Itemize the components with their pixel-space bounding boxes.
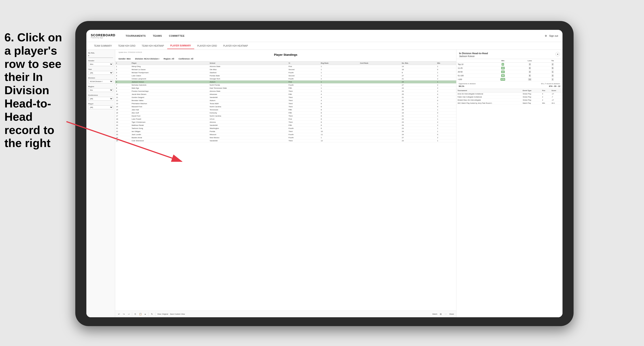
cell-win: 2 [436, 124, 456, 127]
cell-yr: Fifth [288, 93, 320, 96]
cell-rank: 4 [115, 74, 131, 77]
table-row[interactable]: 5 Christo Lamprecht Georgia Tech Fourth … [115, 77, 456, 80]
table-row[interactable]: 6 Jackson Koivun Auburn First 1 24 1 [115, 80, 456, 84]
sign-out-button[interactable]: Sign out [549, 34, 558, 37]
cell-no-rds: 25 [401, 93, 436, 96]
table-row[interactable]: 20 Matthew Riedel Vanderbilt Fifth 8 24 … [115, 124, 456, 127]
cell-win: 1 [436, 108, 456, 111]
tab-team-summary[interactable]: TEAM SUMMARY [91, 43, 115, 49]
cell-win: 2 [436, 84, 456, 87]
cell-reg-rank: 6 [320, 102, 359, 105]
layout-button[interactable]: ⊞ [439, 312, 442, 316]
settings-toolbar-button[interactable]: ⋯ [444, 312, 448, 316]
table-row[interactable]: 9 Preston Summerhays Arizona State Third… [115, 90, 456, 93]
table-row[interactable]: 18 Luke Powell UCLA First 8 24 1 [115, 118, 456, 121]
tab-team-h2h-heatmap[interactable]: TEAM H2H HEATMAP [139, 43, 167, 49]
tournament-row: Mirabel Maui Jim Intercollegiate Stroke … [456, 99, 562, 102]
cell-conf-rank [359, 96, 401, 99]
cell-rank: 5 [115, 77, 131, 80]
gender-select[interactable]: Men [88, 62, 113, 66]
tab-player-summary[interactable]: PLAYER SUMMARY [167, 43, 194, 49]
cell-reg-rank: 4 [320, 93, 359, 96]
table-row[interactable]: 17 David Ford North Carolina Third 8 21 … [115, 115, 456, 118]
table-row[interactable]: 25 Cole Sherwood Vanderbilt Third 12 23 … [115, 139, 456, 142]
tab-player-h2h-heatmap[interactable]: PLAYER H2H HEATMAP [220, 43, 251, 49]
table-row[interactable]: 14 Maxwell Ford North Carolina Third 8 2… [115, 105, 456, 108]
nav-tournaments[interactable]: TOURNAMENTS [122, 33, 149, 39]
t-event-type: Stroke Play [522, 96, 541, 99]
cell-yr: Second [288, 74, 320, 77]
table-row[interactable]: 11 Gordon Sargent Vanderbilt Third 4 21 … [115, 96, 456, 99]
tab-team-h2h-grid[interactable]: TEAM H2H GRID [115, 43, 139, 49]
close-button[interactable]: ✕ [556, 52, 560, 56]
tab-player-h2h-grid[interactable]: PLAYER H2H GRID [194, 43, 220, 49]
table-row[interactable]: 13 Phichakon Maichon Texas A&M Third 6 3… [115, 102, 456, 105]
table-row[interactable]: 3 Michael Thorbjornsen Stanford Fourth 1… [115, 71, 456, 74]
top-nav: SCOREBOARD Powered by clippi TOURNAMENTS… [86, 30, 562, 42]
cell-reg-rank: 1 [320, 87, 359, 90]
cell-player: Jack Lundin [131, 133, 209, 136]
view-original-label[interactable]: View: Original [157, 313, 168, 315]
cell-rank: 18 [115, 118, 131, 121]
tournament-row: Fallen Oak Collegiate Invitational Strok… [456, 96, 562, 99]
cell-player: Maxwell Ford [131, 105, 209, 108]
cell-no-rds: 14 [401, 65, 436, 68]
save-custom-view-label[interactable]: Save Custom View [170, 313, 185, 315]
table-row[interactable]: 16 Alex Goff Kentucky Fifth 8 19 0 [115, 111, 456, 115]
year-select[interactable]: (All) [88, 71, 113, 75]
h2h-row: 11-25 20 9 5 [456, 66, 562, 70]
table-row[interactable]: 24 Bastien Amat New Mexico Fourth 1 27 2 [115, 136, 456, 139]
cell-yr: Fifth [288, 87, 320, 90]
player-label: Player [88, 103, 113, 105]
nav-teams[interactable]: TEAMS [149, 33, 166, 39]
conference-select[interactable]: (All) [88, 97, 113, 101]
cell-school: Texas A&M [209, 102, 288, 105]
table-row[interactable]: 12 Brendan Valles Auburn Third 4 27 0 [115, 99, 456, 102]
refresh-button[interactable]: ↻ [150, 312, 154, 316]
cell-no-rds: 23 [401, 139, 436, 142]
year-label: Year [88, 68, 113, 70]
table-row[interactable]: 23 Jack Lundin Missouri Fourth 11 24 0 [115, 133, 456, 136]
forward-button[interactable]: ⤻ [127, 312, 130, 316]
paste-button[interactable]: 📋 [138, 312, 142, 316]
cell-yr: Third [288, 99, 320, 102]
no-rds-slider[interactable] [88, 57, 113, 58]
table-row[interactable]: 19 Tiger Christensen Arizona Third 8 23 … [115, 121, 456, 124]
t-col-score: Score [550, 89, 562, 92]
nav-committee[interactable]: COMMITTEE [166, 33, 188, 39]
more-button[interactable]: ▸ [144, 312, 146, 316]
share-button[interactable]: Share [449, 313, 454, 315]
cell-school: Tennessee [209, 108, 288, 111]
cell-reg-rank: 3 [320, 90, 359, 93]
cell-conf-rank [359, 124, 401, 127]
redo-button[interactable]: ↪ [122, 312, 125, 316]
cell-school: Arizona State [209, 65, 288, 68]
table-row[interactable]: 8 Mats Ege East Tennessee State Fifth 1 … [115, 87, 456, 90]
cell-reg-rank: 8 [320, 124, 359, 127]
h2h-tie-cell: 5 [543, 66, 562, 70]
table-row[interactable]: 1 Wenyi Ding Arizona State First 1 14 1 [115, 65, 456, 68]
table-row[interactable]: 22 Ian Gilligan Florida Third 10 24 1 [115, 130, 456, 133]
player-select[interactable]: (All) [88, 105, 113, 109]
scoreboard-title: SCOREBOARD [91, 33, 116, 37]
cell-conf-rank [359, 108, 401, 111]
table-row[interactable]: 2 Michael La Sasse Ole Miss Second 1 18 … [115, 68, 456, 71]
col-no-rds: No. Rds. [401, 61, 436, 65]
h2h-tie-cell: 1 [543, 70, 562, 74]
region-filter: Region N/a [88, 86, 113, 92]
division-select[interactable]: NCAA Division I [88, 80, 113, 83]
cell-rank: 8 [115, 87, 131, 90]
undo-button[interactable]: ↩ [117, 312, 120, 316]
copy-button[interactable]: ⎘ [134, 312, 137, 316]
table-row[interactable]: 7 Nicholas Gabrelcik North Florida Fourt… [115, 84, 456, 87]
region-select[interactable]: N/a [88, 88, 113, 92]
instruction-text: 6. Click on a player's row to see their … [0, 26, 69, 154]
watch-button[interactable]: Watch [432, 313, 437, 315]
table-row[interactable]: 10 Jacob Moir-Diesen Arkansas Fifth 4 25… [115, 93, 456, 96]
table-row[interactable]: 4 Luke Claton Florida State Second 1 27 … [115, 74, 456, 77]
cell-win: 2 [436, 90, 456, 93]
table-row[interactable]: 15 Jake Hall Tennessee Fifth 8 24 1 [115, 108, 456, 111]
table-row[interactable]: 21 Taehoon Song Washington Fourth 6 23 1 [115, 127, 456, 130]
cell-conf-rank [359, 105, 401, 108]
settings-icon[interactable]: ⚙ [545, 34, 547, 37]
